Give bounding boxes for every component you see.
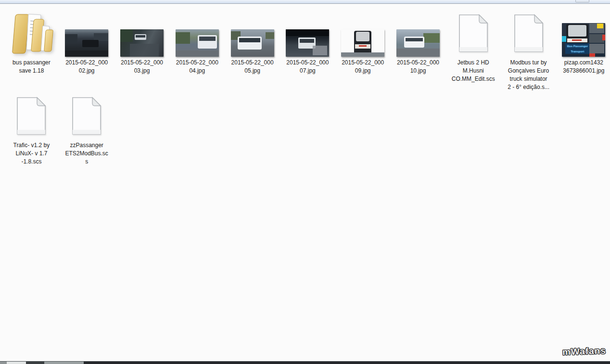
file-label-line: 05.jpg	[231, 67, 274, 75]
thumbnail-layer	[300, 39, 314, 43]
file-icon-box	[176, 11, 219, 57]
thumbnail-layer	[356, 32, 369, 41]
file-icon-box	[458, 11, 489, 57]
thumbnail-layer	[568, 25, 586, 37]
thumbnail-layer	[423, 33, 440, 43]
file-label: 2015-05-22_00007.jpg	[286, 59, 329, 75]
thumbnail-layer	[130, 44, 159, 57]
2015-05-22-00005-jpg-thumbnail	[231, 29, 274, 57]
thumbnail-layer: Transport	[565, 49, 589, 54]
file-label-line: LiNuX- v 1.7	[13, 150, 50, 158]
thumbnail-layer	[120, 29, 133, 42]
file-item-2015-05-22-00002-jpg[interactable]: 2015-05-22_00002.jpg	[59, 11, 114, 91]
taskbar-segment	[0, 362, 7, 364]
window-top-bar	[0, 0, 610, 4]
taskbar-segment	[84, 362, 610, 364]
file-icon-box	[7, 11, 55, 57]
file-icon-box	[286, 11, 329, 57]
file-icon-box	[120, 11, 164, 57]
thumbnail-layer	[286, 29, 329, 36]
file-label-line: bus passanger	[13, 59, 51, 67]
file-label: 2015-05-22_00002.jpg	[65, 59, 108, 75]
file-item-2015-05-22-00004-jpg[interactable]: 2015-05-22_00004.jpg	[169, 11, 225, 91]
file-label-line: s	[65, 158, 108, 166]
thumbnail-layer	[562, 36, 566, 42]
file-item-2015-05-22-00003-jpg[interactable]: 2015-05-22_00003.jpg	[114, 11, 170, 91]
file-label: 2015-05-22_00009.jpg	[342, 59, 384, 75]
file-label-line: Jetbus 2 HD	[452, 59, 495, 67]
file-label: Jetbus 2 HDM.HusniCO.MM_Edit.scs	[452, 59, 495, 83]
2015-05-22-00003-jpg-thumbnail	[120, 29, 164, 57]
file-label: bus passangersave 1.18	[13, 59, 51, 75]
thumbnail-layer	[82, 40, 99, 47]
file-item-2015-05-22-00007-jpg[interactable]: 2015-05-22_00007.jpg	[280, 11, 335, 91]
thumbnail-layer	[406, 38, 423, 41]
document-icon	[71, 96, 102, 138]
file-item-2015-05-22-00005-jpg[interactable]: 2015-05-22_00005.jpg	[225, 11, 280, 91]
file-label-line: save 1.18	[13, 67, 51, 75]
file-item-trafic-v1-2-by-linux-scs[interactable]: Trafic- v1.2 byLiNuX- v 1.7-1.8.scs	[4, 93, 59, 166]
file-label-line: 07.jpg	[286, 67, 329, 75]
file-label-line: -1.8.scs	[13, 158, 50, 166]
file-label-line: 03.jpg	[121, 67, 163, 75]
file-label-line: M.Husni	[452, 67, 495, 75]
2015-05-22-00009-jpg-thumbnail	[341, 29, 384, 57]
thumbnail-layer	[239, 38, 260, 42]
file-label-line: 2015-05-22_000	[65, 59, 108, 67]
taskbar-segment	[26, 362, 44, 364]
file-label-line: 3673866001.jpg	[563, 67, 604, 75]
thumbnail-layer	[359, 45, 367, 47]
document-icon	[458, 13, 489, 55]
file-label: 2015-05-22_00010.jpg	[397, 59, 439, 75]
thumbnail-layer	[266, 32, 274, 39]
file-label-line: 2 - 6° edição.s...	[508, 83, 549, 91]
file-item-2015-05-22-00010-jpg[interactable]: 2015-05-22_00010.jpg	[391, 11, 446, 91]
file-item-2015-05-22-00009-jpg[interactable]: 2015-05-22_00009.jpg	[335, 11, 391, 91]
file-item-pizap-com14323673866001-jpg[interactable]: Bus PassengerTransport pizap.com14323673…	[556, 11, 610, 91]
thumbnail-layer	[341, 52, 384, 57]
2015-05-22-00002-jpg-thumbnail	[65, 29, 108, 57]
watermark: mWafans	[562, 345, 606, 357]
file-item-bus-passanger-save-1-18[interactable]: bus passangersave 1.18	[4, 11, 59, 91]
document-icon	[16, 96, 47, 138]
thumbnail-layer: Bus Passenger	[565, 43, 589, 49]
thumbnail-layer	[572, 39, 582, 41]
file-item-zzpassanger-ets2modbus-scs[interactable]: zzPassangerETS2ModBus.scs	[59, 93, 114, 166]
file-label-line: pizap.com1432	[563, 59, 604, 67]
taskbar-segment	[7, 362, 26, 364]
file-label-line: CO.MM_Edit.scs	[452, 75, 495, 83]
file-item-jetbus-2-hd-m-husni-co-mm-edit-scs[interactable]: Jetbus 2 HDM.HusniCO.MM_Edit.scs	[445, 11, 501, 91]
2015-05-22-00007-jpg-thumbnail	[286, 29, 329, 57]
thumbnail-layer	[313, 46, 327, 55]
taskbar-sliver[interactable]	[0, 361, 610, 364]
file-label-line: Modbus tur by	[508, 59, 549, 67]
thumbnail-layer	[65, 34, 77, 43]
file-label-line: Trafic- v1.2 by	[13, 141, 50, 150]
file-label: pizap.com14323673866001.jpg	[563, 59, 604, 75]
file-label: Trafic- v1.2 byLiNuX- v 1.7-1.8.scs	[13, 141, 50, 166]
file-label-line: 09.jpg	[342, 67, 384, 75]
file-label-line: truck simulator	[508, 75, 549, 83]
file-label: 2015-05-22_00005.jpg	[231, 59, 274, 75]
file-icon-box	[341, 11, 384, 57]
file-icon-box	[65, 11, 108, 57]
thumbnail-layer	[602, 35, 605, 40]
file-icon-box	[513, 11, 544, 57]
file-label-line: ETS2ModBus.sc	[65, 150, 108, 158]
file-item-modbus-tur-by-goncalves[interactable]: Modbus tur byGonçalves Eurotruck simulat…	[501, 11, 556, 91]
file-icon-box	[396, 11, 440, 57]
file-label-line: 2015-05-22_000	[121, 59, 163, 67]
file-icon-box	[71, 93, 102, 139]
file-label: zzPassangerETS2ModBus.scs	[65, 141, 108, 166]
file-label-line: 10.jpg	[397, 67, 439, 75]
thumbnail-layer	[176, 50, 219, 57]
file-label-line: 2015-05-22_000	[231, 59, 274, 67]
file-label-line: zzPassanger	[65, 141, 108, 150]
file-icon-box: Bus PassengerTransport	[562, 11, 605, 57]
thumbnail-layer	[136, 35, 145, 38]
desktop[interactable]: bus passangersave 1.18 2015-05-22_00002.…	[0, 4, 610, 362]
window-control-remnant	[575, 0, 589, 2]
thumbnail-layer	[396, 49, 440, 57]
icon-row-1: bus passangersave 1.18 2015-05-22_00002.…	[4, 11, 610, 91]
icon-row-2: Trafic- v1.2 byLiNuX- v 1.7-1.8.scs zzPa…	[4, 93, 114, 166]
